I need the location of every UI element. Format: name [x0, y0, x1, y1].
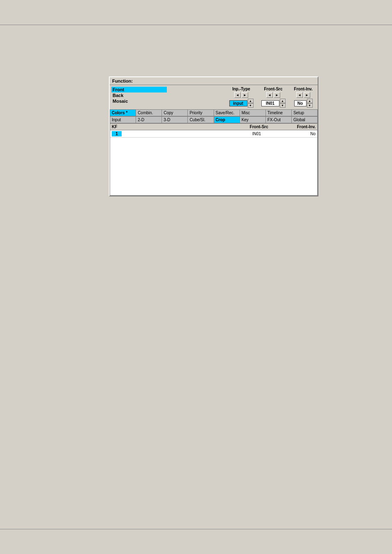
type-mosaic[interactable]: Mosaic	[111, 98, 167, 104]
front-inv-prev-btn[interactable]: ◄	[296, 92, 303, 98]
tab-global[interactable]: Global	[291, 117, 317, 123]
tab-row-1: Colors * Combin. Copy Priority Save/Rec.…	[110, 109, 318, 116]
kf-section: KF Front-Src Front-Inv. 1 IN01 No	[110, 123, 318, 196]
tab-priority[interactable]: Priority	[188, 110, 214, 116]
type-list: Front Back Mosaic	[111, 87, 167, 104]
tab-saverec[interactable]: Save/Rec.	[214, 110, 240, 116]
front-inv-panel: Front-Inv. ◄ ► No ▲ ▼	[291, 87, 316, 108]
bottom-rule	[0, 529, 392, 529]
tab-3d[interactable]: 3-D	[162, 117, 188, 123]
front-src-down-btn[interactable]: ▼	[280, 103, 286, 108]
tab-input[interactable]: Input	[110, 117, 136, 123]
main-panel: Function: Front Back Mosaic Inp.-Type ◄ …	[109, 76, 318, 196]
tab-colors[interactable]: Colors *	[110, 110, 136, 116]
kf-front-inv-header: Front-Inv.	[277, 125, 316, 129]
tab-copy[interactable]: Copy	[162, 110, 188, 116]
kf-empty-area	[110, 138, 317, 195]
front-src-up-btn[interactable]: ▲	[280, 99, 286, 103]
kf-row-front-inv: No	[269, 132, 316, 136]
top-rule	[0, 25, 392, 25]
inp-type-down-btn[interactable]: ▼	[248, 103, 254, 108]
inp-type-header: Inp.-Type	[226, 87, 256, 91]
tab-2d[interactable]: 2-D	[136, 117, 162, 123]
type-front[interactable]: Front	[111, 87, 167, 92]
front-src-value: IN01	[261, 100, 279, 106]
inp-type-up-btn[interactable]: ▲	[248, 99, 254, 103]
front-src-next-btn[interactable]: ►	[274, 92, 280, 98]
front-src-panel: Front-Src ◄ ► IN01 ▲ ▼	[258, 87, 288, 108]
inp-type-panel: Inp.-Type ◄ ► input ▲ ▼	[226, 87, 256, 108]
front-inv-header: Front-Inv.	[291, 87, 316, 91]
kf-header-row: KF Front-Src Front-Inv.	[110, 124, 317, 130]
front-inv-up-btn[interactable]: ▲	[307, 99, 313, 103]
tab-timeline[interactable]: Timeline	[265, 110, 291, 116]
front-inv-value: No	[294, 100, 307, 106]
tab-misc[interactable]: Misc	[240, 110, 265, 116]
inp-type-prev-btn[interactable]: ◄	[234, 92, 241, 98]
tab-row-2: Input 2-D 3-D Cube/Sl. Crop Key FX-Out G…	[110, 116, 318, 123]
tab-cubesl[interactable]: Cube/Sl.	[188, 117, 214, 123]
tab-crop[interactable]: Crop	[214, 117, 240, 123]
kf-front-src-header: Front-Src	[229, 125, 277, 129]
tab-fxout[interactable]: FX-Out	[265, 117, 291, 123]
type-back[interactable]: Back	[111, 92, 167, 98]
kf-row-front-src: IN01	[214, 132, 269, 136]
kf-label: KF	[112, 125, 151, 129]
tab-key[interactable]: Key	[240, 117, 265, 123]
front-inv-down-btn[interactable]: ▼	[307, 103, 313, 108]
tab-setup[interactable]: Setup	[291, 110, 317, 116]
inp-type-next-btn[interactable]: ►	[242, 92, 248, 98]
kf-row-num: 1	[112, 131, 122, 136]
tab-combin[interactable]: Combin.	[136, 110, 162, 116]
front-src-prev-btn[interactable]: ◄	[266, 92, 273, 98]
front-src-header: Front-Src	[258, 87, 288, 91]
kf-data-row-1: 1 IN01 No	[110, 130, 317, 138]
front-inv-next-btn[interactable]: ►	[304, 92, 310, 98]
function-label: Function:	[112, 78, 133, 83]
inp-type-value: input	[229, 100, 247, 106]
